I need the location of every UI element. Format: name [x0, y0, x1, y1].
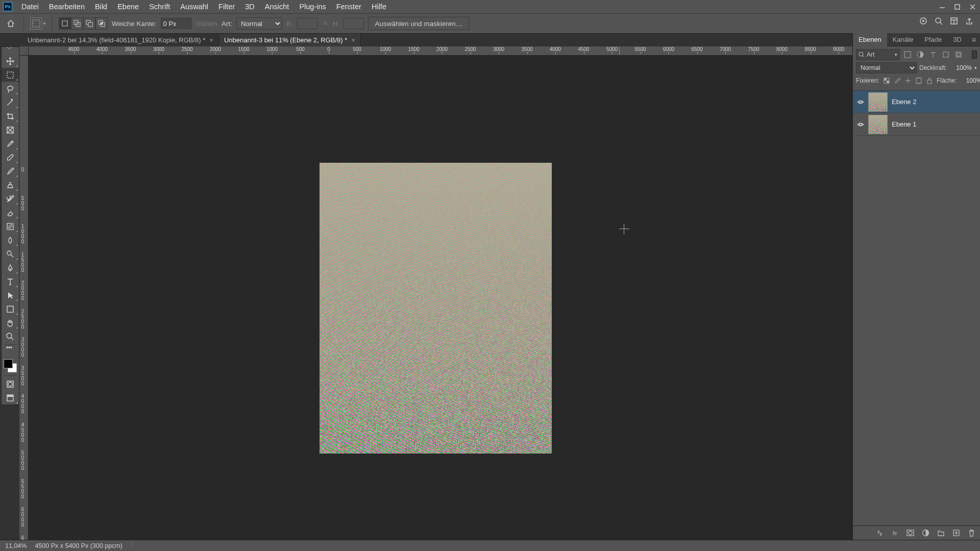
canvas-view[interactable]	[29, 56, 852, 540]
doc-info[interactable]: 4500 Px x 5400 Px (300 ppcm)	[35, 542, 122, 549]
marquee-tool[interactable]	[2, 68, 19, 82]
lasso-tool[interactable]	[2, 82, 19, 95]
lock-all-icon[interactable]	[925, 76, 934, 85]
blur-tool[interactable]	[2, 233, 19, 247]
cloud-docs-icon[interactable]	[917, 14, 930, 28]
eraser-tool[interactable]	[2, 206, 19, 219]
type-tool[interactable]	[2, 274, 19, 288]
panel-tab-pfade[interactable]: Pfade	[919, 33, 947, 46]
home-icon[interactable]	[4, 17, 17, 30]
adjustment-layer-icon[interactable]	[921, 529, 930, 538]
selection-intersect-icon[interactable]	[95, 17, 108, 30]
filter-adjust-icon[interactable]	[915, 49, 925, 60]
minimize-button[interactable]	[934, 0, 949, 13]
menu-schrift[interactable]: Schrift	[144, 0, 175, 13]
hand-tool[interactable]	[2, 316, 19, 330]
layer-row[interactable]: Ebene 2	[853, 91, 980, 113]
link-layers-icon[interactable]	[875, 529, 884, 538]
workspace-icon[interactable]	[947, 14, 961, 28]
healing-brush-tool[interactable]	[2, 151, 19, 164]
menu-ansicht[interactable]: Ansicht	[260, 0, 295, 13]
ruler-horizontal[interactable]: 4500400035003000250020001500100050005001…	[29, 46, 852, 56]
group-layers-icon[interactable]	[936, 529, 945, 538]
panel-menu-icon[interactable]: ≡	[968, 36, 980, 44]
pen-tool[interactable]	[2, 261, 19, 274]
menu-filter[interactable]: Filter	[213, 0, 240, 13]
zoom-tool[interactable]	[2, 330, 19, 343]
opacity-input[interactable]	[949, 63, 972, 73]
frame-tool[interactable]	[2, 123, 19, 137]
visibility-icon[interactable]	[853, 120, 868, 129]
ruler-origin[interactable]	[19, 46, 29, 56]
selection-add-icon[interactable]	[71, 17, 83, 30]
feather-input[interactable]	[161, 18, 191, 29]
color-swatch[interactable]	[2, 357, 19, 374]
panel-tab-ebenen[interactable]: Ebenen	[853, 33, 887, 46]
lock-position-icon[interactable]	[903, 76, 913, 85]
close-tab-icon[interactable]: ×	[209, 36, 213, 44]
visibility-icon[interactable]	[853, 98, 868, 106]
select-and-mask-button[interactable]: Auswählen und maskieren…	[368, 17, 469, 30]
ruler-vertical[interactable]: 0500100015002000250030003500400045005000…	[19, 56, 29, 540]
panel-tab-3d[interactable]: 3D	[947, 33, 967, 46]
maximize-button[interactable]	[949, 0, 965, 13]
menu-bearbeiten[interactable]: Bearbeiten	[44, 0, 90, 13]
menu-3d[interactable]: 3D	[240, 0, 260, 13]
style-select[interactable]: Normal	[236, 17, 282, 30]
menu-hilfe[interactable]: Hilfe	[366, 0, 391, 13]
menu-fenster[interactable]: Fenster	[331, 0, 366, 13]
layer-thumbnail[interactable]	[868, 115, 888, 134]
tool-preset[interactable]: ▾	[30, 17, 46, 30]
filter-toggle[interactable]	[972, 51, 977, 59]
filter-shape-icon[interactable]	[941, 49, 951, 60]
layer-thumbnail[interactable]	[868, 92, 888, 112]
close-tab-icon[interactable]: ×	[351, 36, 355, 44]
document-tab[interactable]: Unbenannt-2 bei 14,3% (field-406181_1920…	[22, 34, 219, 47]
layer-mask-icon[interactable]	[905, 529, 915, 538]
menu-plug-ins[interactable]: Plug-ins	[294, 0, 331, 13]
edit-toolbar-icon[interactable]	[2, 346, 19, 355]
clone-stamp-tool[interactable]	[2, 178, 19, 192]
magic-wand-tool[interactable]	[2, 95, 19, 109]
screenmode-icon[interactable]	[2, 391, 19, 405]
layer-fx-icon[interactable]: fx	[890, 529, 899, 538]
menu-auswahl[interactable]: Auswahl	[175, 0, 213, 13]
crop-tool[interactable]	[2, 109, 19, 123]
shape-tool[interactable]	[2, 302, 19, 316]
filter-type-icon[interactable]	[928, 49, 938, 60]
menu-bild[interactable]: Bild	[90, 0, 112, 13]
eyedropper-tool[interactable]	[2, 137, 19, 151]
document-tab[interactable]: Unbenannt-3 bei 11% (Ebene 2, RGB/8) *×	[219, 34, 361, 47]
menu-ebene[interactable]: Ebene	[112, 0, 144, 13]
brush-tool[interactable]	[2, 164, 19, 178]
new-layer-icon[interactable]	[951, 529, 961, 538]
delete-layer-icon[interactable]	[967, 529, 976, 538]
filter-smart-icon[interactable]	[953, 49, 964, 60]
filter-pixel-icon[interactable]	[902, 49, 913, 60]
search-icon[interactable]	[932, 14, 945, 28]
gradient-tool[interactable]	[2, 219, 19, 233]
zoom-level[interactable]: 11,04%	[5, 542, 27, 549]
share-icon[interactable]	[963, 14, 976, 28]
quickmask-icon[interactable]	[2, 377, 19, 391]
selection-mode-group[interactable]	[59, 17, 108, 30]
lock-image-icon[interactable]	[893, 76, 902, 85]
selection-new-icon[interactable]	[59, 17, 71, 30]
panel-tab-kanäle[interactable]: Kanäle	[887, 33, 919, 46]
path-select-tool[interactable]	[2, 288, 19, 302]
fill-input[interactable]	[959, 76, 980, 86]
move-tool[interactable]	[2, 54, 19, 68]
dodge-tool[interactable]	[2, 247, 19, 261]
history-brush-tool[interactable]	[2, 192, 19, 206]
lock-transparent-icon[interactable]	[882, 76, 891, 85]
close-button[interactable]	[965, 0, 980, 13]
selection-subtract-icon[interactable]	[83, 17, 95, 30]
layer-name[interactable]: Ebene 2	[892, 98, 916, 106]
lock-artboard-icon[interactable]	[914, 76, 923, 85]
document-canvas[interactable]	[320, 163, 552, 454]
menu-datei[interactable]: Datei	[16, 0, 44, 13]
layer-filter-type[interactable]: Art ▾	[856, 49, 900, 60]
layer-name[interactable]: Ebene 1	[892, 120, 916, 128]
blend-mode-select[interactable]: Normal	[856, 62, 917, 73]
doc-info-chevron-icon[interactable]: 〉	[131, 541, 137, 550]
